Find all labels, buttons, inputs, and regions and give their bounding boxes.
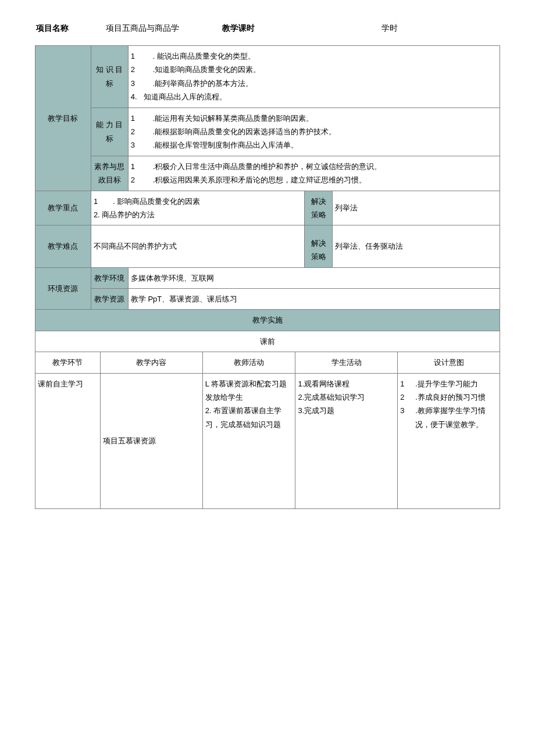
list-num: 1: [131, 112, 153, 125]
value-teaching-env: 多媒体教学环境、互联网: [128, 267, 500, 288]
label-quality-goals: 素养与思政目标: [91, 156, 128, 191]
list-text: .提升学生学习能力: [415, 377, 497, 390]
list-text: .能根据影响商品质量变化的因素选择适当的养护技术。: [153, 125, 497, 138]
content-key-point: 1 . 影响商品质量变化的因素 2. 商品养护的方法: [91, 191, 305, 225]
list-text: .能列举商品养护的基本方法。: [153, 77, 497, 90]
list-text: 知道商品出入库的流程。: [144, 90, 497, 103]
value-hours: 学时: [280, 23, 499, 34]
student-line: 3.完成习题: [298, 404, 395, 417]
lesson-plan-table: 教学目标 知 识 目标 1. 能说出商品质量变化的类型。 2.知道影响商品质量变…: [35, 45, 500, 352]
col-header-student: 学生活动: [295, 352, 398, 373]
label-ability-goals: 能 力 目标: [91, 108, 128, 156]
cell-content: 项目五慕课资源: [100, 373, 202, 508]
label-solve-strategy-2: 解决策略: [305, 225, 333, 267]
list-num: 3: [131, 77, 153, 90]
list-text: .知道影响商品质量变化的因素。: [153, 63, 497, 76]
content-quality-goals: 1.积极介入日常生活中商品质量的维护和养护，树立诚信经营的意识。 2.积极运用因…: [128, 156, 500, 191]
label-key-point: 教学重点: [35, 191, 91, 225]
content-ability-goals: 1.能运用有关知识解释某类商品质量的影响因素。 2.能根据影响商品质量变化的因素…: [128, 108, 500, 156]
content-difficulty: 不同商品不同的养护方式: [91, 225, 305, 267]
student-line: 2.完成基础知识学习: [298, 390, 395, 404]
label-solve-strategy: 解决策略: [305, 191, 333, 225]
implementation-table: 教学环节 教学内容 教师活动 学生活动 设计意图 课前自主学习 项目五慕课资源 …: [35, 352, 500, 508]
list-text: .养成良好的预习习惯: [415, 390, 497, 404]
cell-student: 1.观看网络课程 2.完成基础知识学习 3.完成习题: [295, 373, 398, 508]
list-num: 2: [400, 390, 415, 404]
label-teaching-env: 教学环境: [91, 267, 128, 288]
section-title-implementation: 教学实施: [35, 310, 500, 331]
content-knowledge-goals: 1. 能说出商品质量变化的类型。 2.知道影响商品质量变化的因素。 3.能列举商…: [128, 46, 500, 108]
key-point-line: 1 . 影响商品质量变化的因素: [94, 195, 302, 208]
list-num: 4.: [131, 90, 144, 103]
col-header-intent: 设计意图: [398, 352, 500, 373]
list-text: .积极介入日常生活中商品质量的维护和养护，树立诚信经营的意识。: [153, 160, 497, 173]
col-header-content: 教学内容: [100, 352, 202, 373]
teacher-line: 2. 布置课前慕课自主学习，完成基础知识习题: [205, 404, 293, 431]
label-project-name: 项目名称: [36, 23, 106, 34]
list-text: .教师掌握学生学习情况，便于课堂教学。: [415, 404, 497, 431]
label-knowledge-goals: 知 识 目标: [91, 46, 128, 108]
cell-intent: 1.提升学生学习能力 2.养成良好的预习习惯 3.教师掌握学生学习情况，便于课堂…: [398, 373, 500, 508]
value-solve-strategy: 列举法: [333, 191, 500, 225]
teacher-line: L 将慕课资源和配套习题发放给学生: [205, 377, 293, 404]
col-header-teacher: 教师活动: [202, 352, 295, 373]
list-text: .积极运用因果关系原理和矛盾论的思想，建立辩证思维的习惯。: [153, 173, 497, 187]
key-point-line: 2. 商品养护的方法: [94, 208, 302, 221]
list-num: 1: [400, 377, 415, 390]
cell-phase: 课前自主学习: [35, 373, 101, 508]
label-teaching-goals: 教学目标: [35, 46, 91, 191]
label-hours: 教学课时: [222, 23, 280, 34]
section-title-preclass: 课前: [35, 331, 500, 352]
list-num: 2: [131, 63, 153, 76]
list-text: . 能说出商品质量变化的类型。: [153, 49, 497, 63]
value-teaching-res: 教学 PpT、慕课资源、课后练习: [128, 289, 500, 310]
col-header-phase: 教学环节: [35, 352, 101, 373]
list-num: 2: [131, 173, 153, 187]
student-line: 1.观看网络课程: [298, 377, 395, 390]
cell-teacher: L 将慕课资源和配套习题发放给学生 2. 布置课前慕课自主学习，完成基础知识习题: [202, 373, 295, 508]
label-difficulty: 教学难点: [35, 225, 91, 267]
value-solve-strategy-2: 列举法、任务驱动法: [333, 225, 500, 267]
list-text: .能根据仓库管理制度制作商品出入库清单。: [153, 138, 497, 152]
list-num: 2: [131, 125, 153, 138]
list-num: 1: [131, 160, 153, 173]
doc-header: 项目名称 项目五商品与商品学 教学课时 学时: [35, 23, 500, 34]
list-num: 3: [400, 404, 415, 431]
label-env-resources: 环境资源: [35, 267, 91, 310]
value-project-name: 项目五商品与商品学: [106, 23, 222, 34]
list-num: 3: [131, 138, 153, 152]
list-text: .能运用有关知识解释某类商品质量的影响因素。: [153, 112, 497, 125]
label-teaching-res: 教学资源: [91, 289, 128, 310]
list-num: 1: [131, 49, 153, 63]
